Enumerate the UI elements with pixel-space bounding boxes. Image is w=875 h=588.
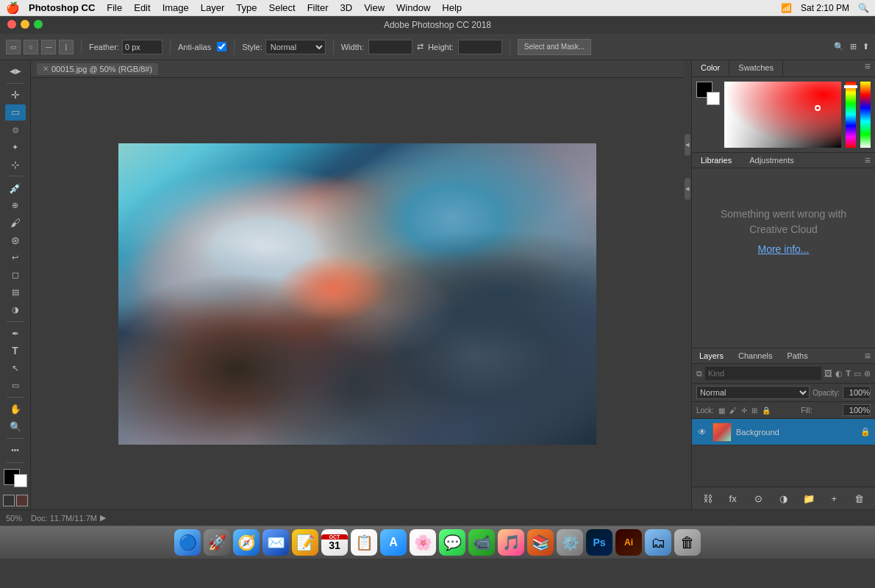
libraries-panel-menu[interactable]: ≡	[860, 154, 875, 166]
lock-transparent-icon[interactable]: ▦	[718, 406, 725, 415]
apple-menu[interactable]: 🍎	[6, 1, 20, 15]
heal-tool[interactable]: ⊕	[5, 198, 26, 214]
dock-messages[interactable]: 💬	[439, 529, 465, 556]
lock-image-icon[interactable]: 🖌	[729, 406, 737, 415]
menu-layer[interactable]: Layer	[201, 2, 225, 13]
tab-swatches[interactable]: Swatches	[729, 60, 783, 76]
side-icon-1[interactable]: ◀	[685, 134, 690, 156]
lasso-tool[interactable]: ⌾	[5, 122, 26, 138]
fill-input[interactable]	[843, 404, 871, 416]
layer-row[interactable]: 👁 Background 🔒	[692, 419, 875, 445]
tab-color[interactable]: Color	[692, 60, 729, 76]
history-brush-tool[interactable]: ↩	[5, 250, 26, 266]
dock-notes[interactable]: 📝	[292, 529, 318, 556]
dock-safari[interactable]: 🧭	[233, 529, 260, 556]
document-tab-item[interactable]: ✕ 00015.jpg @ 50% (RGB/8#)	[37, 63, 158, 75]
shape-tool[interactable]: ▭	[5, 378, 26, 394]
pen-tool[interactable]: ✒	[5, 326, 26, 342]
menu-select[interactable]: Select	[268, 2, 295, 13]
side-icon-2[interactable]: ◀	[685, 178, 690, 200]
menu-type[interactable]: Type	[236, 2, 257, 13]
crop-tool[interactable]: ⊹	[5, 157, 26, 173]
kind-pixel-icon[interactable]: 🖼	[824, 369, 832, 379]
link-layers-icon[interactable]: ⛓	[699, 490, 715, 506]
style-select[interactable]: Normal Fixed Ratio Fixed Size	[265, 40, 326, 54]
height-input[interactable]	[458, 40, 502, 54]
standard-mode[interactable]	[3, 495, 15, 506]
marquee-tool[interactable]: ▭	[5, 104, 26, 121]
dodge-tool[interactable]: ◑	[5, 301, 26, 318]
gradient-tool[interactable]: ▤	[5, 284, 26, 301]
quick-mask-mode[interactable]	[16, 495, 28, 506]
select-mask-button[interactable]: Select and Mask...	[518, 39, 591, 55]
lock-position-icon[interactable]: ✛	[741, 406, 747, 415]
lock-all-icon[interactable]: 🔒	[762, 406, 771, 415]
menu-image[interactable]: Image	[162, 2, 189, 13]
swap-icon[interactable]: ⇄	[417, 42, 424, 51]
color-gradient-picker[interactable]	[724, 82, 841, 148]
feather-input[interactable]	[122, 40, 162, 54]
tab-paths[interactable]: Paths	[780, 348, 815, 363]
dock-folder-1[interactable]: 🗂	[645, 529, 671, 556]
kind-adjust-icon[interactable]: ◐	[835, 369, 843, 379]
dock-finder[interactable]: 🔵	[174, 529, 201, 556]
maximize-button[interactable]	[34, 20, 43, 29]
eraser-tool[interactable]: ◻	[5, 267, 26, 283]
color-cursor[interactable]	[815, 105, 821, 111]
minimize-button[interactable]	[21, 20, 29, 29]
menu-edit[interactable]: Edit	[134, 2, 150, 13]
group-layers-icon[interactable]: 📁	[801, 490, 817, 506]
kind-shape-icon[interactable]: ▭	[854, 369, 861, 379]
alpha-slider[interactable]	[860, 82, 871, 148]
kind-smart-icon[interactable]: ⊛	[864, 369, 871, 379]
hand-tool[interactable]: ✋	[5, 401, 26, 417]
status-arrow[interactable]: ▶	[100, 513, 106, 523]
stamp-tool[interactable]: ⊛	[5, 232, 26, 248]
zoom-tool[interactable]: 🔍	[5, 419, 26, 435]
menu-3d[interactable]: 3D	[340, 2, 353, 13]
layers-kind-search[interactable]	[705, 367, 821, 380]
arrange-icon[interactable]: ⊞	[850, 42, 857, 51]
dock-reminders[interactable]: 📋	[351, 529, 377, 556]
layers-panel-menu[interactable]: ≡	[860, 350, 875, 362]
eyedropper-tool[interactable]: 💉	[5, 180, 26, 196]
lock-artboard-icon[interactable]: ⊞	[751, 406, 757, 415]
hue-slider[interactable]	[846, 82, 856, 148]
text-tool[interactable]: T	[5, 343, 26, 359]
anti-alias-checkbox[interactable]	[217, 42, 226, 51]
libraries-more-info-link[interactable]: More info...	[757, 243, 809, 255]
kind-text-icon[interactable]: T	[846, 369, 851, 379]
opacity-input[interactable]	[843, 386, 871, 399]
delete-layer-icon[interactable]: 🗑	[851, 490, 868, 506]
layer-mask-icon[interactable]: ⊙	[750, 490, 766, 506]
single-col-icon[interactable]: |	[59, 40, 74, 54]
fg-bg-color-picker[interactable]	[4, 469, 27, 487]
dock-appstore[interactable]: A	[380, 529, 407, 556]
ellipse-marquee-icon[interactable]: ○	[24, 40, 38, 54]
app-name[interactable]: Photoshop CC	[29, 2, 95, 13]
panel-collapse-icon[interactable]: ◀▶	[5, 63, 26, 79]
dock-facetime[interactable]: 📹	[468, 529, 495, 556]
background-color[interactable]	[14, 474, 27, 487]
layer-visibility-toggle[interactable]: 👁	[696, 426, 708, 438]
tab-layers[interactable]: Layers	[692, 348, 731, 363]
menu-filter[interactable]: Filter	[307, 2, 329, 13]
quick-select-tool[interactable]: ✦	[5, 139, 26, 155]
dock-books[interactable]: 📚	[527, 529, 554, 556]
background-swatch[interactable]	[707, 92, 720, 105]
dock-photos[interactable]: 🌸	[410, 529, 436, 556]
dock-system-prefs[interactable]: ⚙️	[557, 529, 583, 556]
tab-adjustments[interactable]: Adjustments	[740, 153, 803, 168]
layer-style-icon[interactable]: fx	[725, 490, 741, 506]
move-tool[interactable]: ✛	[5, 87, 26, 103]
tab-channels[interactable]: Channels	[731, 348, 779, 363]
path-select-tool[interactable]: ↖	[5, 360, 26, 376]
new-layer-icon[interactable]: +	[826, 490, 842, 506]
dock-music[interactable]: 🎵	[498, 529, 524, 556]
extra-tools[interactable]: •••	[5, 442, 26, 459]
share-icon[interactable]: ⬆	[863, 42, 869, 51]
dock-illustrator[interactable]: Ai	[615, 529, 642, 556]
search-icon[interactable]: 🔍	[834, 42, 844, 51]
dock-calendar[interactable]: OCT 31	[321, 529, 348, 556]
brush-tool[interactable]: 🖌	[5, 215, 26, 231]
